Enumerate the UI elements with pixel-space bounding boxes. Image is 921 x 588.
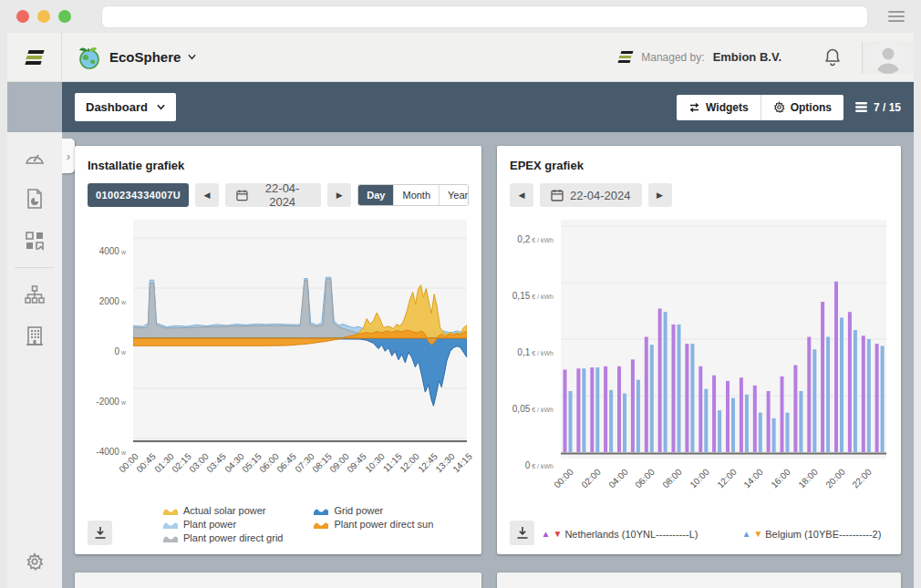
settings-gear-icon (26, 552, 44, 571)
download-button[interactable] (88, 521, 112, 545)
installatie-y-axis: 4000w2000w0w-2000w-4000w (88, 220, 133, 483)
installatie-area-chart (133, 220, 467, 443)
top-app-bar: EcoSphere Managed by: Embion B.V. (7, 33, 914, 82)
tab-day[interactable]: Day (358, 185, 393, 205)
date-prev-button[interactable]: ◀ (510, 183, 533, 207)
range-tabs: Day Month Year (357, 184, 469, 206)
legend-item: Grid power (314, 505, 433, 516)
series-marker-icon (163, 533, 178, 542)
options-button-label: Options (791, 101, 832, 114)
widgets-button-label: Widgets (706, 101, 749, 114)
grid-icon (25, 231, 45, 251)
series-marker-icon (163, 506, 178, 515)
date-next-button[interactable]: ▶ (648, 183, 672, 207)
epex-grafiek-widget: EPEX grafiek ◀ 22-04-2024 ▶ (497, 146, 901, 554)
browser-chrome (0, 0, 921, 33)
gauge-icon (24, 148, 46, 166)
series-marker-icon (314, 506, 328, 515)
chevron-down-icon (157, 103, 165, 111)
dashboard-toolbar: Dashboard Widgets Options (62, 82, 914, 132)
triangle-up-icon: ▲ (542, 530, 551, 539)
x-tick-label: 20:00 (813, 467, 846, 500)
y-tick-label: -2000w (96, 397, 126, 407)
brand-name: EcoSphere (109, 49, 181, 65)
managed-by: Managed by: Embion B.V. (618, 50, 803, 64)
series-marker-icon (163, 520, 178, 529)
epex-bar-chart (561, 220, 886, 459)
installatie-plot: 00:0000:4501:3002:1503:0003:4504:3005:15… (133, 220, 467, 483)
maximize-window-button[interactable] (58, 10, 71, 23)
y-tick-label: -4000w (96, 447, 126, 457)
date-picker-button[interactable]: 22-04-2024 (540, 183, 642, 207)
x-tick-label: 10:00 (678, 467, 711, 500)
sidebar (7, 132, 62, 588)
card-stub (75, 573, 481, 588)
dashboard-selector[interactable]: Dashboard (75, 93, 176, 121)
widgets-icon (688, 102, 700, 113)
brand-menu[interactable]: EcoSphere (62, 33, 196, 81)
widget-counter: 7 / 15 (854, 101, 901, 114)
calendar-icon (236, 189, 248, 201)
sidebar-item-building[interactable] (7, 315, 62, 357)
installatie-x-axis: 00:0000:4501:3002:1503:0003:4504:3005:15… (133, 447, 467, 483)
widget-title: EPEX grafiek (510, 159, 888, 172)
notifications-button[interactable] (803, 47, 862, 67)
sidebar-item-report[interactable] (7, 178, 62, 220)
widgets-button[interactable]: Widgets (677, 95, 761, 120)
minimize-window-button[interactable] (37, 10, 50, 23)
layers-icon (854, 101, 868, 113)
x-tick-label: 16:00 (760, 467, 792, 500)
building-icon (25, 325, 45, 347)
date-prev-button[interactable]: ◀ (195, 183, 219, 207)
y-tick-label: 2000w (99, 296, 126, 306)
x-tick-label: 14:00 (732, 467, 765, 500)
user-menu[interactable] (862, 41, 914, 74)
device-serial-button[interactable]: 0100234334007U (88, 183, 189, 207)
avatar (872, 41, 905, 74)
sidebar-item-widgets[interactable] (7, 220, 62, 262)
tab-year[interactable]: Year (439, 185, 469, 205)
managed-by-value: Embion B.V. (713, 50, 781, 64)
browser-menu-icon[interactable] (888, 11, 905, 22)
date-value: 22-04-2024 (254, 181, 310, 209)
date-next-button[interactable]: ▶ (327, 183, 351, 207)
triangle-down-icon: ▼ (753, 530, 762, 539)
embion-logo-cell[interactable] (7, 33, 62, 81)
sidebar-item-dashboard[interactable] (7, 136, 62, 178)
embion-mini-logo-icon (618, 51, 633, 63)
y-tick-label: 0,15€ / kWh (512, 291, 554, 301)
chevron-down-icon (188, 53, 196, 61)
tab-month[interactable]: Month (393, 185, 439, 205)
triangle-up-icon: ▲ (741, 530, 750, 539)
x-tick-label: 02:00 (569, 467, 602, 500)
card-stub (497, 573, 901, 588)
sidebar-collapse-handle[interactable]: › (62, 139, 75, 173)
download-button[interactable] (510, 521, 534, 545)
date-picker-button[interactable]: 22-04-2024 (225, 183, 321, 207)
y-tick-label: 0€ / kWh (525, 460, 554, 470)
url-bar[interactable] (101, 5, 868, 28)
x-tick-label: 08:00 (651, 467, 684, 500)
x-tick-label: 22:00 (841, 467, 874, 500)
epex-plot: 00:0002:0004:0006:0008:0010:0012:0014:00… (561, 220, 886, 499)
sidebar-item-settings[interactable] (26, 552, 44, 575)
legend-item: Plant power (163, 519, 283, 530)
sitemap-icon (24, 284, 46, 304)
report-icon (26, 188, 44, 210)
legend-item: ▲▼Netherlands (10YNL----------L) (542, 529, 699, 540)
legend-item: Plant power direct grid (163, 532, 283, 543)
y-tick-label: 0w (114, 346, 126, 356)
options-button[interactable]: Options (761, 95, 843, 120)
managed-by-label: Managed by: (641, 51, 704, 64)
dashboard-selector-label: Dashboard (86, 100, 148, 114)
sidebar-item-sitemap[interactable] (7, 273, 62, 315)
x-tick-label: 06:00 (624, 467, 657, 500)
legend-item: Plant power direct sun (314, 519, 433, 530)
triangle-down-icon: ▼ (553, 530, 562, 539)
legend-item: ▲▼Belgium (10YBE----------2) (741, 529, 881, 540)
close-window-button[interactable] (16, 10, 29, 23)
widget-count-value: 7 / 15 (874, 101, 901, 114)
y-tick-label: 0,2€ / kWh (517, 234, 554, 244)
series-marker-icon (314, 520, 328, 529)
download-icon (94, 526, 107, 540)
